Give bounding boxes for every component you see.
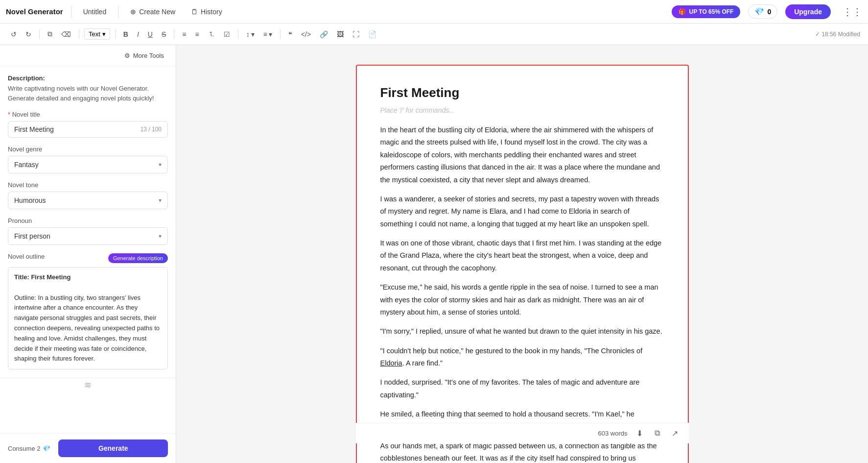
bottom-expander: ≋ (0, 377, 176, 392)
copy-button[interactable]: ⧉ (45, 28, 55, 40)
separator-2 (79, 29, 79, 39)
task-list-button[interactable]: ☑ (221, 28, 233, 40)
novel-title-input[interactable]: First Meeting 13 / 100 (8, 121, 168, 138)
editor-container: First Meeting Place '/' for commands... … (356, 65, 689, 443)
generate-button[interactable]: Generate (58, 439, 168, 457)
line-height-button[interactable]: ↕ ▾ (243, 28, 258, 40)
diamond-count-value: 0 (767, 8, 771, 16)
separator-3 (115, 29, 116, 39)
novel-title-field: * Novel title First Meeting 13 / 100 (8, 111, 168, 138)
tone-value: Humorous (14, 196, 46, 204)
document-frame[interactable]: First Meeting Place '/' for commands... … (356, 65, 689, 463)
document-title: First Meeting (380, 85, 664, 100)
paragraph-7: I nodded, surprised. "It's one of my fav… (380, 376, 664, 401)
text-format-select[interactable]: Text ▾ (84, 28, 110, 40)
more-tools-button[interactable]: ⚙ More Tools (120, 50, 168, 61)
chevron-down-icon: ▾ (159, 161, 162, 168)
chevron-down-icon-2: ▾ (159, 197, 162, 204)
sidebar: ⚙ More Tools Description: Write captivat… (0, 45, 176, 463)
novel-title-label-text: Novel title (12, 111, 40, 118)
quote-button[interactable]: ❝ (285, 28, 295, 40)
redo-button[interactable]: ↻ (23, 28, 34, 40)
pronoun-field: Pronoun First person ▾ (8, 217, 168, 245)
link-button[interactable]: 🔗 (317, 28, 331, 40)
copy-content-button[interactable]: ⧉ (652, 428, 663, 439)
novel-outline-textarea[interactable]: Title: First Meeting Outline: In a bustl… (8, 267, 168, 369)
text-align-button[interactable]: ≡ ▾ (260, 28, 275, 40)
code-button[interactable]: </> (298, 28, 314, 40)
novel-title-value: First Meeting (14, 125, 54, 133)
gift-icon: 🎁 (679, 8, 686, 15)
novel-outline-label: Novel outline (8, 253, 45, 260)
generate-description-button[interactable]: Generate description (108, 253, 168, 263)
pronoun-select[interactable]: First person ▾ (8, 227, 168, 245)
create-new-button[interactable]: ⊕ Create New (126, 6, 179, 18)
align-button[interactable]: ≡ (192, 28, 202, 40)
char-counter: 13 / 100 (141, 126, 162, 133)
tools-icon: ⚙ (124, 52, 130, 59)
genre-value: Fantasy (14, 161, 39, 169)
bold-button[interactable]: B (120, 28, 131, 40)
nav-divider-2 (118, 6, 118, 18)
diamond-icon-small: 💎 (43, 445, 50, 452)
novel-tone-label: Novel tone (8, 181, 168, 189)
novel-title-label: * Novel title (8, 111, 168, 118)
chevron-down-icon: ▾ (102, 30, 106, 38)
consume-text: Consume 2 (8, 445, 40, 452)
document-name[interactable]: Untitled (79, 6, 110, 18)
word-count-bar: 603 words ⬇ ⧉ ↗ (356, 423, 689, 443)
promo-badge[interactable]: 🎁 UP TO 65% OFF (672, 5, 740, 18)
fullscreen-button[interactable]: ⛶ (350, 28, 362, 40)
nav-divider (71, 6, 71, 18)
expand-icon[interactable]: ≋ (84, 380, 92, 390)
history-button[interactable]: 🗒 History (187, 6, 226, 18)
novel-tone-select[interactable]: Humorous ▾ (8, 192, 168, 209)
open-external-button[interactable]: ↗ (669, 427, 681, 439)
underline-button[interactable]: U (145, 28, 156, 40)
checkmark-icon: ✓ (815, 31, 820, 38)
more-tools-label: More Tools (133, 52, 164, 59)
chevron-down-icon-2: ▾ (251, 30, 255, 38)
undo-button[interactable]: ↺ (8, 28, 20, 40)
paragraph-5: "I'm sorry," I replied, unsure of what h… (380, 325, 664, 338)
paragraph-1: In the heart of the bustling city of Eld… (380, 124, 664, 186)
diamond-count-button[interactable]: 💎 0 (748, 4, 777, 19)
diamond-icon: 💎 (754, 7, 764, 16)
paragraph-2: I was a wanderer, a seeker of stories an… (380, 193, 664, 230)
sidebar-tools-bar: ⚙ More Tools (0, 45, 176, 67)
paragraph-6: "I couldn't help but notice," he gesture… (380, 345, 664, 370)
save-time: 18:56 Modified (821, 31, 860, 38)
main-area: ⚙ More Tools Description: Write captivat… (0, 45, 868, 463)
upgrade-button[interactable]: Upgrade (785, 4, 831, 19)
chevron-down-icon-3: ▾ (159, 233, 162, 240)
create-new-label: Create New (139, 8, 175, 16)
novel-genre-field: Novel genre Fantasy ▾ (8, 146, 168, 173)
strikethrough-button[interactable]: S (159, 28, 169, 40)
image-button[interactable]: 🖼 (334, 28, 347, 40)
ordered-list-button[interactable]: ⒈ (205, 28, 218, 41)
grid-icon[interactable]: ⋮⋮ (843, 6, 862, 18)
download-button[interactable]: ⬇ (633, 427, 646, 439)
separator-1 (39, 29, 40, 39)
sidebar-bottom: Consume 2 💎 Generate (0, 433, 176, 463)
paragraph-3: It was on one of those vibrant, chaotic … (380, 237, 664, 274)
outline-title: Title: First Meeting (14, 273, 70, 281)
pronoun-label: Pronoun (8, 217, 168, 224)
erase-button[interactable]: ⌫ (58, 28, 74, 40)
bullet-list-button[interactable]: ≡ (179, 28, 189, 40)
plus-icon: ⊕ (130, 8, 136, 16)
novel-genre-select[interactable]: Fantasy ▾ (8, 156, 168, 173)
description-label: Description: (8, 74, 168, 82)
history-label: History (201, 8, 222, 16)
paragraph-4: "Excuse me," he said, his words a gentle… (380, 281, 664, 318)
editor-area: First Meeting Place '/' for commands... … (176, 45, 868, 463)
top-navigation: Novel Generator Untitled ⊕ Create New 🗒 … (0, 0, 868, 24)
export-button[interactable]: 📄 (365, 28, 379, 40)
italic-button[interactable]: I (134, 28, 142, 40)
pronoun-value: First person (14, 232, 50, 240)
promo-text: UP TO 65% OFF (689, 8, 733, 15)
separator-6 (280, 29, 281, 39)
description-text: Write captivating novels with our Novel … (8, 84, 168, 103)
consume-label: Consume 2 💎 (8, 445, 50, 452)
separator-4 (174, 29, 174, 39)
